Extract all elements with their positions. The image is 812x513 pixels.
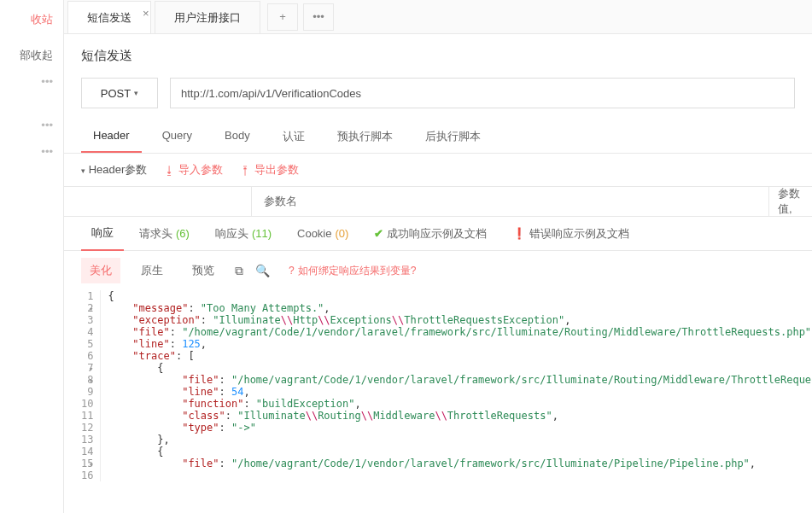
response-body: 1 ▾23456 ▾7 ▾891011121314 ▾1516 { "messa…: [64, 290, 812, 481]
request-row: POST ▾: [64, 73, 812, 120]
btab-preview[interactable]: 预览: [184, 258, 223, 283]
upload-icon: ⭱: [240, 164, 251, 177]
tab-user-register[interactable]: 用户注册接口: [155, 1, 260, 33]
method-select[interactable]: POST ▾: [81, 78, 158, 108]
bind-help-link[interactable]: ? 如何绑定响应结果到变量?: [289, 264, 416, 278]
sidebar-recycle[interactable]: 收站: [26, 7, 63, 32]
response-tabs: 响应 请求头 (6) 响应头 (11) Cookie (0) ✔ 成功响应示例及…: [64, 217, 812, 251]
rtab-response[interactable]: 响应: [81, 217, 124, 251]
tabs-bar: 短信发送 × 用户注册接口 + •••: [64, 0, 812, 34]
caret-down-icon: ▾: [134, 89, 138, 97]
param-col-blank: [64, 187, 252, 216]
rtab-resp-header[interactable]: 响应头 (11): [205, 218, 282, 250]
ptab-prescript[interactable]: 预执行脚本: [325, 120, 405, 153]
tab-sms-send[interactable]: 短信发送 ×: [67, 1, 151, 33]
check-circle-icon: ✔: [374, 227, 383, 240]
header-params-toggle[interactable]: ▾ Header参数: [81, 162, 147, 178]
export-params[interactable]: ⭱ 导出参数: [240, 162, 299, 178]
alert-circle-icon: ❗: [512, 227, 526, 240]
copy-icon[interactable]: ⧉: [235, 264, 243, 278]
line-gutter: 1 ▾23456 ▾7 ▾891011121314 ▾1516: [81, 290, 101, 481]
param-tabs: Header Query Body 认证 预执行脚本 后执行脚本: [64, 120, 812, 154]
ellipsis-icon[interactable]: •••: [31, 138, 63, 165]
caret-down-icon: ▾: [81, 166, 85, 175]
search-icon[interactable]: 🔍: [255, 264, 270, 277]
header-controls: ▾ Header参数 ⭳ 导入参数 ⭱ 导出参数: [64, 154, 812, 186]
tab-label: 短信发送: [87, 11, 131, 24]
rtab-cookie[interactable]: Cookie (0): [287, 219, 359, 248]
page-title: 短信发送: [64, 34, 812, 73]
ellipsis-icon[interactable]: •••: [31, 112, 63, 138]
url-input[interactable]: [170, 78, 795, 108]
tab-menu-button[interactable]: •••: [303, 3, 334, 31]
ptab-postscript[interactable]: 后执行脚本: [413, 120, 493, 153]
help-icon: ?: [289, 265, 295, 277]
param-col-name: 参数名: [252, 187, 769, 216]
ptab-body[interactable]: Body: [213, 120, 262, 153]
download-icon: ⭳: [164, 164, 175, 177]
response-toolbar: 美化 原生 预览 ⧉ 🔍 ? 如何绑定响应结果到变量?: [64, 251, 812, 290]
rtab-success-doc[interactable]: ✔ 成功响应示例及文档: [364, 218, 497, 250]
ptab-query[interactable]: Query: [150, 120, 204, 153]
close-icon[interactable]: ×: [143, 0, 155, 9]
code-body[interactable]: { "message": "Too Many Attempts.", "exce…: [101, 290, 812, 481]
sidebar-collapse-all[interactable]: 部收起: [15, 32, 63, 68]
import-params[interactable]: ⭳ 导入参数: [164, 162, 223, 178]
ptab-auth[interactable]: 认证: [271, 120, 317, 153]
rtab-req-header[interactable]: 请求头 (6): [129, 218, 200, 250]
sidebar: 收站 部收起 ••• ••• •••: [0, 0, 64, 513]
param-col-value: 参数值,: [769, 187, 812, 216]
btab-pretty[interactable]: 美化: [81, 258, 120, 283]
param-header-row: 参数名 参数值,: [64, 186, 812, 217]
ellipsis-icon[interactable]: •••: [31, 68, 63, 95]
add-tab-button[interactable]: +: [267, 3, 298, 31]
method-label: POST: [101, 87, 131, 100]
btab-raw[interactable]: 原生: [132, 258, 172, 283]
ptab-header[interactable]: Header: [81, 120, 142, 153]
tab-label: 用户注册接口: [174, 11, 241, 24]
rtab-error-doc[interactable]: ❗ 错误响应示例及文档: [502, 218, 640, 250]
